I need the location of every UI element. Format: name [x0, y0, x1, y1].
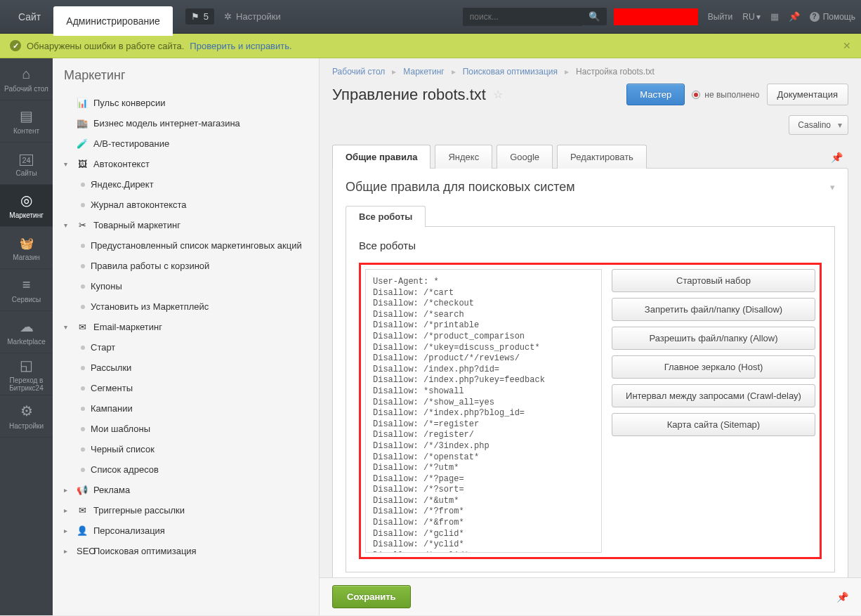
tree-item-17[interactable]: Черный список	[53, 439, 319, 459]
tab-2[interactable]: Google	[497, 145, 553, 169]
tree-item-18[interactable]: Список адресов	[53, 459, 319, 480]
breadcrumb-item-2[interactable]: Поисковая оптимизация	[463, 67, 558, 77]
tree-item-7[interactable]: Предустановленный список маркетинговых а…	[53, 235, 319, 256]
search-input[interactable]	[463, 8, 582, 26]
bullet-icon	[81, 305, 85, 309]
tree-label: Яндекс.Директ	[91, 179, 154, 190]
tree-item-0[interactable]: 📊Пульс конверсии	[53, 93, 319, 113]
tree-item-20[interactable]: ▸✉Триггерные рассылки	[53, 500, 319, 520]
tab-3[interactable]: Редактировать	[557, 145, 647, 169]
breadcrumb-item-0[interactable]: Рабочий стол	[332, 67, 385, 77]
tree-item-12[interactable]: Старт	[53, 337, 319, 358]
toggle-icon: ▸	[64, 506, 71, 514]
search-button[interactable]: 🔍	[582, 8, 607, 25]
breadcrumb-sep: ▸	[392, 67, 396, 77]
tree-item-21[interactable]: ▸👤Персонализация	[53, 520, 319, 541]
tab-admin[interactable]: Администрирование	[53, 6, 173, 36]
tree-item-8[interactable]: Правила работы с корзиной	[53, 256, 319, 276]
tree-label: Список адресов	[91, 464, 159, 475]
breadcrumb: Рабочий стол▸Маркетинг▸Поисковая оптимиз…	[332, 67, 848, 77]
nav-label: Marketplace	[6, 338, 46, 346]
notification-count: 5	[204, 11, 209, 22]
tree-item-10[interactable]: Установить из Маркетплейс	[53, 296, 319, 317]
alert-close[interactable]: ✕	[843, 40, 851, 51]
language-selector[interactable]: RU▾	[742, 12, 760, 22]
tree-item-6[interactable]: ▾✂Товарный маркетинг	[53, 215, 319, 235]
nav-item-2[interactable]: Сайты	[0, 143, 53, 185]
save-button[interactable]: Сохранить	[332, 585, 411, 608]
action-button-5[interactable]: Карта сайта (Sitemap)	[612, 413, 815, 436]
columns-icon[interactable]: ▦	[770, 11, 779, 22]
breadcrumb-item-1[interactable]: Маркетинг	[403, 67, 444, 77]
tree-item-9[interactable]: Купоны	[53, 276, 319, 296]
alert-text: Обнаружены ошибки в работе сайта.	[27, 41, 184, 51]
footer-pin-icon[interactable]: 📌	[836, 591, 848, 603]
nav-item-6[interactable]: Marketplace	[0, 311, 53, 353]
tree-item-14[interactable]: Сегменты	[53, 378, 319, 398]
tree-item-4[interactable]: Яндекс.Директ	[53, 174, 319, 195]
bullet-icon	[81, 346, 85, 350]
nav-item-1[interactable]: Контент	[0, 100, 53, 143]
red-placeholder	[614, 8, 698, 25]
favorite-star-icon[interactable]: ☆	[493, 88, 503, 101]
tree-label: Email-маркетинг	[93, 322, 162, 332]
action-button-0[interactable]: Стартовый набор	[612, 269, 815, 292]
tree-item-22[interactable]: ▸SEOПоисковая оптимизация	[53, 541, 319, 561]
flag-icon	[191, 11, 199, 22]
documentation-button[interactable]: Документация	[767, 84, 849, 105]
panel-title: Общие правила для поисковых систем	[346, 180, 575, 195]
tree-label: Старт	[91, 342, 115, 353]
tabs-pin-icon[interactable]: 📌	[825, 146, 848, 169]
status-indicator[interactable]: не выполнено	[692, 90, 759, 100]
tree-item-15[interactable]: Кампании	[53, 398, 319, 419]
tree-item-2[interactable]: 🧪A/B-тестирование	[53, 133, 319, 154]
site-selector[interactable]: Casalino	[789, 115, 848, 135]
help-link[interactable]: Помощь	[810, 11, 855, 22]
inner-panel: Все роботы User-Agent: * Disallow: /*car…	[346, 226, 835, 572]
tab-0[interactable]: Общие правила	[332, 145, 430, 169]
tree-item-1[interactable]: 🏬Бизнес модель интернет-магазина	[53, 113, 319, 133]
footer-bar: Сохранить 📌	[320, 577, 861, 615]
exit-link[interactable]: Выйти	[708, 12, 733, 22]
pin-icon[interactable]: 📌	[789, 11, 800, 22]
nav-item-3[interactable]: Маркетинг	[0, 185, 53, 227]
tree-icon: ✉	[77, 322, 88, 332]
robots-txt-content[interactable]: User-Agent: * Disallow: /*cart Disallow:…	[365, 269, 602, 553]
tab-1[interactable]: Яндекс	[435, 145, 492, 169]
nav-item-8[interactable]: Настройки	[0, 395, 53, 438]
tree-item-11[interactable]: ▾✉Email-маркетинг	[53, 317, 319, 337]
action-button-4[interactable]: Интервал между запросами (Crawl-delay)	[612, 384, 815, 407]
bullet-icon	[81, 366, 85, 370]
tree-item-13[interactable]: Рассылки	[53, 358, 319, 378]
nav-label: Рабочий стол	[3, 85, 50, 93]
tree-label: Персонализация	[93, 525, 165, 536]
action-button-1[interactable]: Запретить файл/папку (Disallow)	[612, 298, 815, 321]
alert-link[interactable]: Проверить и исправить.	[190, 41, 291, 51]
tree-item-3[interactable]: ▾🖼Автоконтекст	[53, 154, 319, 174]
notification-badge[interactable]: 5	[185, 8, 214, 25]
tree-label: Товарный маркетинг	[93, 220, 180, 230]
tree-label: Пульс конверсии	[93, 98, 166, 108]
tree-icon: 🏬	[77, 118, 88, 129]
inner-tab-all-robots[interactable]: Все роботы	[346, 206, 426, 227]
nav-item-4[interactable]: Магазин	[0, 227, 53, 269]
tab-site[interactable]: Сайт	[6, 0, 53, 34]
bullet-icon	[81, 427, 85, 431]
action-button-2[interactable]: Разрешить файл/папку (Allow)	[612, 327, 815, 350]
nav-item-0[interactable]: Рабочий стол	[0, 58, 53, 100]
nav-item-5[interactable]: Сервисы	[0, 269, 53, 311]
nav-item-7[interactable]: Переход в Битрикс24	[0, 353, 53, 395]
tree-item-5[interactable]: Журнал автоконтекста	[53, 195, 319, 215]
tree-label: Триггерные рассылки	[93, 505, 185, 516]
breadcrumb-item-3: Настройка robots.txt	[576, 67, 655, 77]
settings-link[interactable]: ✲ Настройки	[224, 11, 281, 22]
tree-item-16[interactable]: Мои шаблоны	[53, 419, 319, 439]
i-target-icon	[20, 192, 32, 209]
action-button-3[interactable]: Главное зеркало (Host)	[612, 355, 815, 379]
tree-label: Рассылки	[91, 362, 131, 373]
tree-icon: ✂	[77, 220, 88, 230]
collapse-icon[interactable]: ▾	[830, 182, 835, 192]
master-button[interactable]: Мастер	[626, 84, 685, 105]
i-doc-icon	[20, 107, 33, 124]
tree-item-19[interactable]: ▸📢Реклама	[53, 480, 319, 500]
